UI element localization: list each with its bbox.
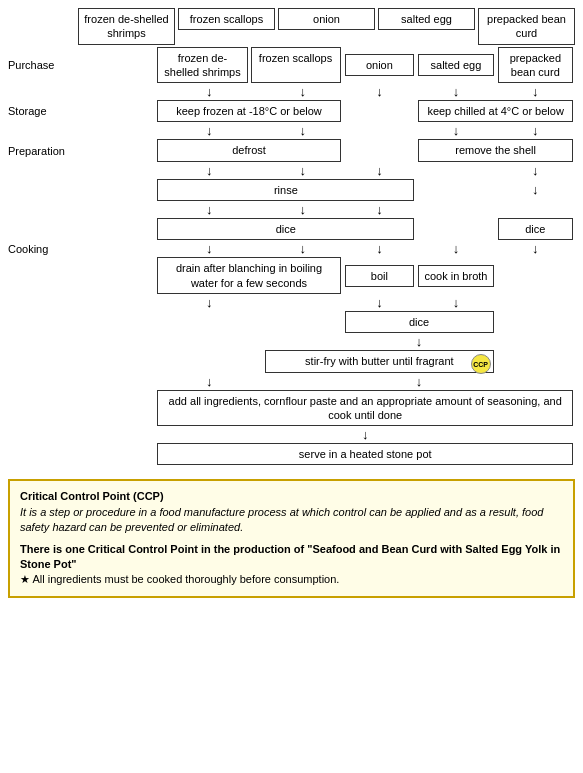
purchase-label: Purchase [8, 45, 155, 86]
arrow-dice1-1: ↓ [155, 242, 263, 255]
arrow-onion-3: ↓ [343, 242, 417, 255]
storage-label: Storage [8, 98, 155, 124]
box-keep-chilled: keep chilled at 4°C or below [418, 100, 573, 122]
flowchart: frozen de-shelled shrimps frozen scallop… [8, 8, 575, 598]
box-onion: onion [345, 54, 415, 76]
box-scallops: frozen scallops [178, 8, 275, 30]
ccp-badge: CCP [471, 354, 491, 374]
box-bean-curd: prepacked bean curd [498, 47, 573, 84]
arrow-bean-4: ↓ [496, 242, 575, 255]
arrow-broth-1: ↓ [416, 296, 495, 309]
box-dice-1: dice [157, 218, 414, 240]
box-salted-egg: salted egg [378, 8, 475, 30]
box-onion: onion [278, 8, 375, 30]
box-defrost: defrost [157, 139, 340, 161]
arrow-scallops-1: ↓ [263, 85, 342, 98]
arrow-drain-2: ↓ [155, 375, 263, 388]
box-cook-in-broth: cook in broth [418, 265, 493, 287]
arrow-chilled-2: ↓ [496, 124, 575, 137]
arrow-salted-1: ↓ [416, 85, 495, 98]
arrow-onion-2: ↓ [343, 164, 417, 177]
arrow-shrimps-1: ↓ [155, 85, 263, 98]
arrow-bean-1: ↓ [496, 85, 575, 98]
box-dice-2: dice [498, 218, 573, 240]
arrow-dice1-2: ↓ [263, 242, 342, 255]
box-dice-3: dice [345, 311, 494, 333]
box-shrimps: frozen de-shelled shrimps [78, 8, 175, 45]
box-remove-shell: remove the shell [418, 139, 573, 161]
box-stir-fry: stir-fry with butter until fragrantCCP [265, 350, 493, 372]
arrow-rinse-2: ↓ [263, 203, 342, 216]
arrow-defrost-2: ↓ [263, 164, 342, 177]
box-bean-curd: prepacked bean curd [478, 8, 575, 45]
arrow-salted-2: ↓ [416, 242, 495, 255]
ccp-note: ★ All ingredients must be cooked thoroug… [20, 572, 563, 587]
ccp-description: It is a step or procedure in a food manu… [20, 505, 563, 536]
ccp-title: Critical Control Point (CCP) [20, 489, 563, 504]
arrow-frozen-1: ↓ [155, 124, 263, 137]
box-keep-frozen: keep frozen at -18°C or below [157, 100, 340, 122]
cooking-label: Cooking [8, 242, 155, 255]
box-serve: serve in a heated stone pot [157, 443, 573, 465]
box-salted-egg: salted egg [418, 54, 493, 76]
arrow-boil-1: ↓ [343, 296, 417, 309]
ccp-statement: There is one Critical Control Point in t… [20, 542, 563, 573]
arrow-onion-1: ↓ [343, 85, 417, 98]
box-scallops: frozen scallops [251, 47, 341, 84]
arrow-rinse-3: ↓ [343, 203, 417, 216]
arrow-chilled-1: ↓ [416, 124, 495, 137]
arrow-bean-2: ↓ [496, 164, 575, 177]
arrow-rinse-1: ↓ [155, 203, 263, 216]
box-add-all: add all ingredients, cornflour paste and… [157, 390, 573, 427]
arrow-bean-3: ↓ [496, 177, 575, 203]
ccp-section: Critical Control Point (CCP) It is a ste… [8, 479, 575, 597]
box-shrimps: frozen de-shelled shrimps [157, 47, 247, 84]
box-drain: drain after blanching in boiling water f… [157, 257, 340, 294]
arrow-dice3-1: ↓ [343, 335, 496, 348]
box-boil: boil [345, 265, 415, 287]
arrow-defrost-1: ↓ [155, 164, 263, 177]
arrow-addall-1: ↓ [155, 428, 575, 441]
arrow-frozen-2: ↓ [263, 124, 342, 137]
preparation-label: Preparation [8, 137, 155, 163]
arrow-stirfry-1: ↓ [343, 375, 496, 388]
arrow-drain-1: ↓ [155, 296, 263, 309]
box-rinse: rinse [157, 179, 414, 201]
